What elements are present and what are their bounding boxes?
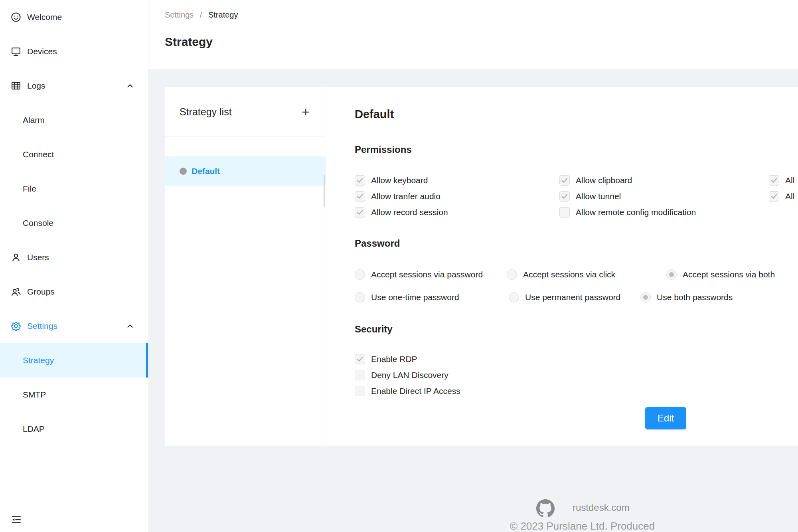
permission-item: Allow tranfer audio bbox=[355, 188, 559, 204]
detail-title: Default bbox=[355, 107, 798, 121]
sidebar-item-logs[interactable]: Logs bbox=[0, 69, 148, 103]
radio-accept-via-both[interactable] bbox=[666, 269, 677, 280]
strategy-list-item-default[interactable]: Default bbox=[165, 156, 326, 186]
permission-item-truncated: All bbox=[769, 188, 798, 204]
strategy-list-title: Strategy list bbox=[180, 106, 232, 118]
radio-both-passwords[interactable] bbox=[640, 292, 651, 303]
permission-item-truncated: All bbox=[769, 172, 798, 188]
radio-accept-via-click[interactable] bbox=[507, 269, 517, 280]
sidebar-item-groups[interactable]: Groups bbox=[0, 275, 148, 309]
sidebar-label: LDAP bbox=[23, 424, 45, 434]
permission-item: Allow record session bbox=[355, 204, 559, 220]
copyright-text: © 2023 Purslane Ltd. Produced bbox=[510, 520, 655, 532]
sidebar-item-devices[interactable]: Devices bbox=[0, 34, 148, 69]
breadcrumb-current: Strategy bbox=[208, 10, 238, 19]
sidebar-footer bbox=[0, 505, 148, 527]
sidebar-item-settings[interactable]: Settings bbox=[0, 309, 148, 343]
sidebar-label: Connect bbox=[23, 150, 54, 159]
strategy-detail-panel: Default Permissions Allow keyboard Allow… bbox=[326, 87, 798, 446]
security-heading: Security bbox=[355, 323, 798, 335]
permission-item: Allow clipboard bbox=[559, 172, 769, 188]
user-icon bbox=[10, 252, 22, 263]
chevron-up-icon[interactable] bbox=[126, 81, 134, 90]
strategy-list-body: Default bbox=[165, 156, 326, 186]
collapse-sidebar-icon[interactable] bbox=[10, 514, 22, 526]
security-item: Enable Direct IP Access bbox=[355, 383, 798, 399]
checkbox-allow-truncated[interactable] bbox=[769, 175, 779, 186]
sidebar-label: Groups bbox=[27, 287, 55, 297]
sidebar-item-file[interactable]: File bbox=[0, 172, 148, 206]
breadcrumb-settings-link[interactable]: Settings bbox=[165, 10, 194, 19]
permission-item: Allow keyboard bbox=[355, 172, 559, 188]
radio-one-time-password[interactable] bbox=[355, 292, 365, 303]
checkbox-allow-truncated[interactable] bbox=[769, 191, 779, 202]
radio-accept-via-password[interactable] bbox=[355, 269, 365, 280]
logs-table-icon bbox=[10, 80, 22, 91]
sidebar-label: Alarm bbox=[23, 115, 45, 125]
gear-icon bbox=[10, 320, 22, 332]
sidebar-label: Strategy bbox=[23, 356, 54, 365]
checkbox-allow-keyboard[interactable] bbox=[355, 175, 365, 186]
edit-button[interactable]: Edit bbox=[645, 407, 686, 429]
password-accept-row: Accept sessions via password Accept sess… bbox=[355, 265, 798, 284]
strategy-card: Strategy list + Default Default Permissi… bbox=[165, 87, 798, 446]
active-indicator bbox=[146, 343, 148, 378]
password-type-row: Use one-time password Use permanent pass… bbox=[355, 288, 798, 307]
sidebar-label: File bbox=[23, 184, 36, 194]
checkbox-allow-transfer-audio[interactable] bbox=[355, 191, 365, 202]
radio-item: Accept sessions via click bbox=[507, 269, 666, 280]
sidebar-label: SMTP bbox=[23, 390, 46, 399]
checkbox-allow-tunnel[interactable] bbox=[559, 191, 570, 202]
github-icon[interactable] bbox=[536, 499, 555, 518]
checkbox-deny-lan-discovery[interactable] bbox=[355, 370, 365, 380]
breadcrumb-separator: / bbox=[200, 10, 202, 19]
checkbox-allow-remote-config[interactable] bbox=[559, 207, 570, 218]
sidebar-item-connect[interactable]: Connect bbox=[0, 137, 148, 172]
breadcrumb: Settings / Strategy bbox=[165, 10, 238, 20]
sidebar-item-alarm[interactable]: Alarm bbox=[0, 103, 148, 137]
sidebar-item-welcome[interactable]: Welcome bbox=[0, 0, 148, 34]
sidebar-label: Devices bbox=[27, 47, 57, 56]
radio-item: Accept sessions via password bbox=[355, 269, 507, 280]
page-title: Strategy bbox=[165, 35, 213, 49]
chevron-up-icon[interactable] bbox=[126, 322, 134, 330]
groups-icon bbox=[10, 286, 22, 297]
monitor-icon bbox=[10, 46, 22, 57]
sidebar-label: Users bbox=[27, 253, 49, 262]
sidebar-label: Console bbox=[23, 218, 53, 228]
checkbox-enable-rdp[interactable] bbox=[355, 354, 365, 364]
radio-item: Use permanent password bbox=[509, 292, 640, 303]
security-list: Enable RDP Deny LAN Discovery Enable Dir… bbox=[355, 351, 798, 399]
sidebar-item-users[interactable]: Users bbox=[0, 240, 148, 275]
password-heading: Password bbox=[355, 237, 798, 249]
radio-item: Accept sessions via both bbox=[666, 269, 775, 280]
add-strategy-button[interactable]: + bbox=[302, 105, 310, 119]
strategy-name: Default bbox=[192, 166, 220, 176]
sidebar-label: Logs bbox=[27, 81, 45, 91]
permission-item: Allow remote config modification bbox=[559, 204, 769, 220]
list-scrollbar-thumb[interactable] bbox=[324, 175, 325, 207]
sidebar: Welcome Devices Logs Alarm Connect File bbox=[0, 0, 148, 532]
rustdesk-link[interactable]: rustdesk.com bbox=[573, 502, 630, 513]
checkbox-enable-direct-ip[interactable] bbox=[355, 386, 365, 396]
empty-cell bbox=[769, 204, 798, 220]
sidebar-item-strategy[interactable]: Strategy bbox=[0, 343, 148, 378]
sidebar-item-console[interactable]: Console bbox=[0, 206, 148, 240]
permission-item: Allow tunnel bbox=[559, 188, 769, 204]
permissions-heading: Permissions bbox=[355, 144, 798, 156]
permissions-grid: Allow keyboard Allow clipboard All Allow… bbox=[355, 172, 798, 220]
security-item: Deny LAN Discovery bbox=[355, 367, 798, 383]
sidebar-item-ldap[interactable]: LDAP bbox=[0, 412, 148, 446]
radio-item: Use both passwords bbox=[640, 292, 733, 303]
sidebar-item-smtp[interactable]: SMTP bbox=[0, 378, 148, 412]
sidebar-label: Welcome bbox=[27, 12, 62, 22]
strategy-list-panel: Strategy list + Default bbox=[165, 87, 326, 446]
sidebar-label: Settings bbox=[27, 321, 57, 331]
checkbox-allow-record-session[interactable] bbox=[355, 207, 365, 218]
security-item: Enable RDP bbox=[355, 351, 798, 367]
checkbox-allow-clipboard[interactable] bbox=[559, 175, 570, 186]
strategy-list-header: Strategy list + bbox=[165, 87, 326, 137]
radio-permanent-password[interactable] bbox=[509, 292, 519, 303]
smiley-icon bbox=[10, 12, 22, 23]
status-dot-icon bbox=[180, 168, 187, 175]
